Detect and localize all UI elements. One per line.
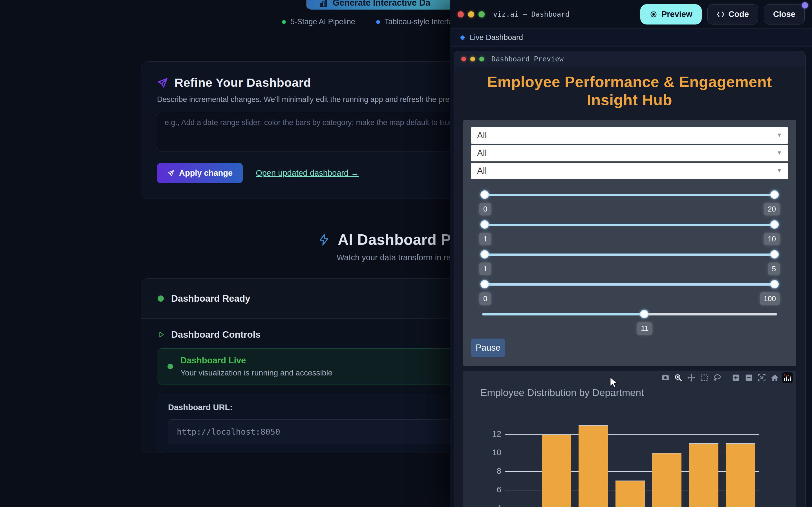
lightning-icon — [317, 233, 331, 246]
pipeline-heading: AI Dashboard Pi — [317, 231, 455, 248]
autoscale-icon[interactable] — [756, 373, 767, 383]
slider-rail[interactable] — [482, 283, 777, 286]
preview-traffic-lights — [461, 57, 484, 61]
lasso-icon[interactable] — [712, 373, 723, 383]
overlay-window-title: viz.ai — Dashboard — [493, 10, 569, 18]
pause-button[interactable]: Pause — [471, 339, 505, 357]
box-select-icon[interactable] — [699, 373, 710, 383]
dashboard-ready-label: Dashboard Ready — [171, 293, 250, 304]
traffic-light-red-icon — [461, 57, 466, 61]
dropdown-2-value: All — [477, 148, 487, 158]
slider-value-label: 0 — [479, 292, 491, 305]
slider-value-label: 1 — [479, 233, 491, 245]
slider-rail-empty[interactable] — [644, 313, 777, 316]
traffic-light-green-icon — [478, 11, 485, 17]
slider-handle[interactable] — [480, 190, 489, 199]
slider-handle[interactable] — [770, 250, 779, 259]
camera-icon[interactable] — [660, 373, 671, 383]
viz-ai-overlay: viz.ai — Dashboard Preview Code Close Li… — [450, 0, 812, 507]
slider-value-label: 1 — [479, 263, 491, 275]
slider-handle[interactable] — [480, 250, 489, 259]
slider-handle[interactable] — [770, 220, 779, 229]
slider-handle[interactable] — [480, 280, 489, 288]
tab-blue-dot-icon — [460, 36, 465, 40]
bar-plot[interactable]: 1210864 — [505, 412, 759, 507]
dropdown-filter-1[interactable]: All ▼ — [471, 127, 788, 144]
slider-handle[interactable] — [480, 220, 489, 229]
dropdown-3-value: All — [477, 166, 487, 176]
slider-rail[interactable] — [482, 253, 777, 256]
reset-home-icon[interactable] — [769, 373, 780, 383]
feature-pipeline: 5-Stage AI Pipeline — [282, 17, 355, 26]
send-icon-small — [167, 170, 174, 177]
preview-button[interactable]: Preview — [640, 4, 702, 24]
close-button[interactable]: Close — [764, 4, 805, 24]
screen: Generate Interactive Da 5-Stage AI Pipel… — [0, 0, 812, 507]
single-slider[interactable]: 11 — [482, 310, 777, 330]
traffic-light-red-icon — [458, 11, 464, 17]
code-icon — [717, 11, 725, 18]
caret-down-icon: ▼ — [776, 150, 782, 156]
slider-rail[interactable] — [482, 194, 777, 196]
feature-bullets: 5-Stage AI Pipeline Tableau-style Interf… — [282, 17, 461, 26]
sliders-group: 0 20 1 10 — [482, 190, 777, 330]
zoom-in-icon[interactable] — [730, 373, 742, 383]
y-tick-label: 10 — [484, 448, 501, 457]
feature-tableau: Tableau-style Interface — [376, 17, 461, 26]
dash-heading: Employee Performance & Engagement Insigh… — [481, 73, 778, 109]
open-updated-dashboard-link[interactable]: Open updated dashboard → — [256, 168, 359, 178]
slider-rail[interactable] — [482, 224, 777, 226]
slider-value-label: 10 — [764, 233, 780, 245]
overlay-header: viz.ai — Dashboard Preview Code Close — [450, 0, 812, 29]
y-tick-label: 4 — [484, 504, 501, 507]
pipeline-title: AI Dashboard Pi — [338, 231, 455, 248]
slider-handle[interactable] — [640, 310, 649, 318]
caret-down-icon: ▼ — [776, 167, 782, 174]
code-button-label: Code — [728, 10, 749, 19]
traffic-light-yellow-icon — [468, 11, 474, 17]
preview-titlebar: Dashboard Preview — [454, 51, 805, 67]
slider-value-label: 0 — [479, 203, 491, 216]
dropdown-filter-3[interactable]: All ▼ — [471, 163, 788, 179]
bar-4[interactable] — [652, 453, 681, 507]
mouse-cursor — [608, 376, 620, 390]
zoom-box-icon[interactable] — [673, 373, 684, 383]
y-tick-label: 8 — [484, 466, 501, 476]
pipeline-subtitle: Watch your data transform in re — [337, 253, 451, 262]
bar-3[interactable] — [615, 481, 645, 507]
generate-dashboard-label: Generate Interactive Da — [333, 0, 430, 8]
slider-handle[interactable] — [770, 190, 779, 199]
feature-pipeline-label: 5-Stage AI Pipeline — [290, 17, 355, 26]
traffic-light-green-icon — [479, 57, 484, 61]
plotly-logo-icon[interactable] — [782, 372, 793, 383]
dash-app-content: Employee Performance & Engagement Insigh… — [454, 73, 805, 507]
slider-handle[interactable] — [770, 280, 779, 288]
dropdown-1-value: All — [477, 130, 487, 140]
range-slider-3[interactable]: 1 5 — [482, 250, 777, 270]
code-button[interactable]: Code — [707, 4, 758, 24]
dashboard-controls-label: Dashboard Controls — [171, 329, 260, 340]
live-dashboard-tab-label: Live Dashboard — [470, 33, 523, 42]
feature-tableau-label: Tableau-style Interface — [385, 17, 461, 26]
chart-card: Employee Distribution by Department 1210… — [463, 371, 796, 507]
pan-icon[interactable] — [686, 373, 697, 383]
dashboard-live-subtitle: Your visualization is running and access… — [181, 369, 333, 378]
range-slider-4[interactable]: 0 100 — [482, 280, 777, 300]
caret-down-icon: ▼ — [776, 132, 782, 138]
bar-5[interactable] — [689, 443, 718, 507]
live-dashboard-tab[interactable]: Live Dashboard — [450, 29, 812, 47]
range-slider-1[interactable]: 0 20 — [482, 190, 777, 211]
bar-6[interactable] — [726, 443, 755, 507]
blue-dot-icon — [376, 20, 380, 24]
bar-1[interactable] — [542, 434, 571, 507]
window-traffic-lights — [458, 11, 485, 17]
slider-value-label: 11 — [637, 322, 652, 335]
apply-change-button[interactable]: Apply change — [157, 163, 243, 183]
zoom-out-icon[interactable] — [743, 373, 755, 383]
refine-card-title: Refine Your Dashboard — [174, 76, 311, 90]
bar-2[interactable] — [578, 425, 608, 507]
slider-value-label: 20 — [764, 203, 780, 216]
slider-rail-filled[interactable] — [482, 313, 644, 316]
range-slider-2[interactable]: 1 10 — [482, 220, 777, 240]
dropdown-filter-2[interactable]: All ▼ — [471, 145, 788, 161]
